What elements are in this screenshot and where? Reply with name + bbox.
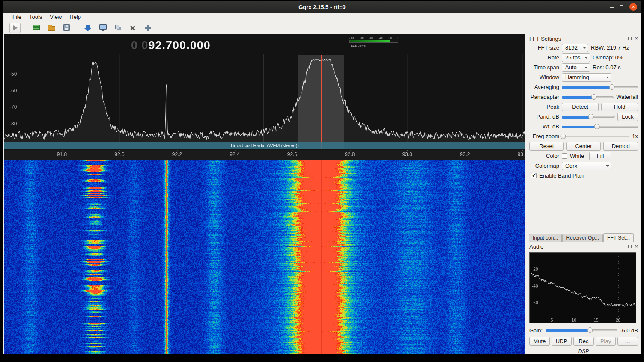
- close-dock-icon[interactable]: ×: [635, 244, 638, 249]
- wf-db-label: Wf. dB: [528, 123, 559, 130]
- chevron-down-icon: [584, 57, 588, 59]
- panadapter-label: Panadapter: [528, 94, 559, 100]
- slider-handle[interactable]: [587, 327, 593, 333]
- slider-handle[interactable]: [561, 134, 566, 139]
- meter-tick: -40: [379, 36, 383, 39]
- float-dock-icon[interactable]: [628, 245, 632, 248]
- slider-handle[interactable]: [588, 114, 594, 119]
- meter-tick: -100: [349, 36, 355, 39]
- colormap-label: Colormap: [528, 163, 559, 169]
- meter-fill: [350, 40, 390, 42]
- play-button[interactable]: Play: [596, 337, 616, 346]
- freq-tick: 92.0: [114, 151, 124, 157]
- peak-row: Peak Detect Hold: [528, 102, 639, 112]
- audio-spectrum: -20 -40 -60 5 10 15 20: [529, 252, 636, 323]
- right-panel: FFT Settings × FFT size 8192 RBW: 219.7 …: [525, 34, 641, 354]
- rate-combo[interactable]: 25 fps: [562, 53, 590, 62]
- res-label: Res: 0.07 s: [593, 64, 621, 71]
- chevron-down-icon: [606, 165, 609, 167]
- chevron-down-icon: [606, 77, 609, 78]
- udp-button[interactable]: UDP: [552, 337, 572, 346]
- freq-tick: 92.6: [287, 151, 297, 157]
- minimize-button[interactable]: –: [610, 5, 614, 9]
- pand-db-slider[interactable]: [562, 113, 615, 120]
- rate-row: Rate 25 fps Overlap: 0%: [528, 53, 639, 62]
- tab-input-controls[interactable]: Input con...: [529, 234, 562, 242]
- tab-receiver-options[interactable]: Receiver Op...: [562, 234, 603, 242]
- peak-hold-button[interactable]: Hold: [601, 103, 638, 111]
- gain-slider[interactable]: [546, 327, 617, 334]
- colormap-combo[interactable]: Gqrx: [562, 162, 611, 170]
- meter-tick: -80: [360, 36, 364, 39]
- maximize-button[interactable]: [620, 5, 623, 9]
- rec-button[interactable]: Rec: [573, 337, 594, 346]
- iq-record-button[interactable]: [112, 23, 123, 33]
- white-checkbox[interactable]: [562, 153, 567, 159]
- menu-tools[interactable]: Tools: [25, 14, 46, 20]
- save-settings-button[interactable]: [61, 23, 72, 33]
- tab-fft-settings[interactable]: FFT Set...: [603, 233, 634, 242]
- panadapter-slider[interactable]: [562, 94, 614, 101]
- start-dsp-button[interactable]: [9, 23, 21, 33]
- chevron-down-icon: [584, 67, 588, 68]
- fill-button[interactable]: Fill: [589, 152, 611, 160]
- averaging-label: Averaging: [528, 84, 559, 90]
- freq-zoom-slider[interactable]: [562, 133, 629, 140]
- panadapter-row: Panadapter Waterfall: [528, 92, 639, 102]
- wf-db-slider[interactable]: [562, 123, 638, 130]
- enable-band-plan-checkbox[interactable]: [531, 173, 537, 178]
- db-axis-label: -80: [9, 121, 17, 127]
- center-button[interactable]: Center: [566, 142, 601, 151]
- fft-size-combo[interactable]: 8192: [562, 44, 588, 52]
- freq-tick: 92.4: [230, 151, 239, 157]
- io-devices-button[interactable]: [31, 23, 42, 33]
- freq-zoom-label: Freq zoom: [528, 133, 559, 139]
- titlebar[interactable]: Gqrx 2.15.5 - rtl=0 – ×: [3, 1, 641, 13]
- gain-value: -6.0 dB: [620, 327, 638, 334]
- lock-button[interactable]: Lock: [617, 113, 638, 121]
- remote-control-button[interactable]: [97, 23, 108, 33]
- tuned-frequency-line[interactable]: [321, 55, 322, 149]
- bandplan-label: Broadcast Radio (WFM (stereo)): [231, 143, 299, 148]
- slider-handle[interactable]: [609, 84, 615, 90]
- start-dsp-icon: [13, 25, 18, 30]
- window-combo[interactable]: Hamming: [562, 73, 611, 82]
- frequency-digits[interactable]: 92.700.000: [149, 39, 211, 52]
- time-span-combo[interactable]: Auto: [562, 63, 590, 72]
- more-options-button[interactable]: ...: [617, 337, 638, 346]
- mute-button[interactable]: Mute: [529, 337, 550, 346]
- window-title: Gqrx 2.15.5 - rtl=0: [298, 4, 345, 10]
- float-dock-icon[interactable]: [628, 37, 632, 40]
- spectrum-canvas[interactable]: [4, 34, 525, 150]
- frequency-scale[interactable]: 91.8 92.0 92.2 92.4 92.6 92.8 93.0 93.2 …: [4, 150, 525, 160]
- freq-zoom-row: Freq zoom 1x: [528, 131, 639, 141]
- menu-file[interactable]: File: [9, 14, 25, 20]
- reset-button[interactable]: Reset: [529, 142, 564, 151]
- toolbar: [3, 21, 641, 34]
- waterfall-canvas[interactable]: [4, 160, 525, 354]
- close-button[interactable]: ×: [629, 3, 637, 11]
- menu-view[interactable]: View: [46, 14, 66, 20]
- peak-detect-button[interactable]: Detect: [562, 103, 599, 111]
- audio-freq-label: 5: [551, 318, 553, 323]
- pan-button[interactable]: [142, 23, 153, 33]
- slider-handle[interactable]: [594, 124, 599, 129]
- bookmarks-button[interactable]: [82, 23, 93, 33]
- demod-button[interactable]: Demod: [603, 142, 638, 151]
- slider-handle[interactable]: [591, 94, 597, 100]
- window-value: Hamming: [565, 74, 589, 80]
- pand-db-label: Pand. dB: [528, 113, 559, 120]
- band-plan-row: Enable Band Plan: [528, 171, 639, 181]
- menu-help[interactable]: Help: [66, 14, 85, 20]
- fft-settings-rows: FFT size 8192 RBW: 219.7 Hz Rate 25 fps: [528, 43, 639, 181]
- enable-band-plan-label: Enable Band Plan: [539, 172, 584, 179]
- chevron-down-icon: [583, 47, 586, 49]
- tools-button[interactable]: [127, 23, 138, 33]
- close-dock-icon[interactable]: ×: [635, 36, 638, 41]
- audio-freq-label: 10: [572, 318, 576, 323]
- frequency-readout[interactable]: 0 092.700.000: [131, 39, 211, 52]
- load-settings-button[interactable]: [46, 23, 57, 33]
- averaging-slider[interactable]: [562, 84, 638, 91]
- load-settings-icon: [48, 26, 55, 31]
- iq-record-icon: [115, 25, 119, 29]
